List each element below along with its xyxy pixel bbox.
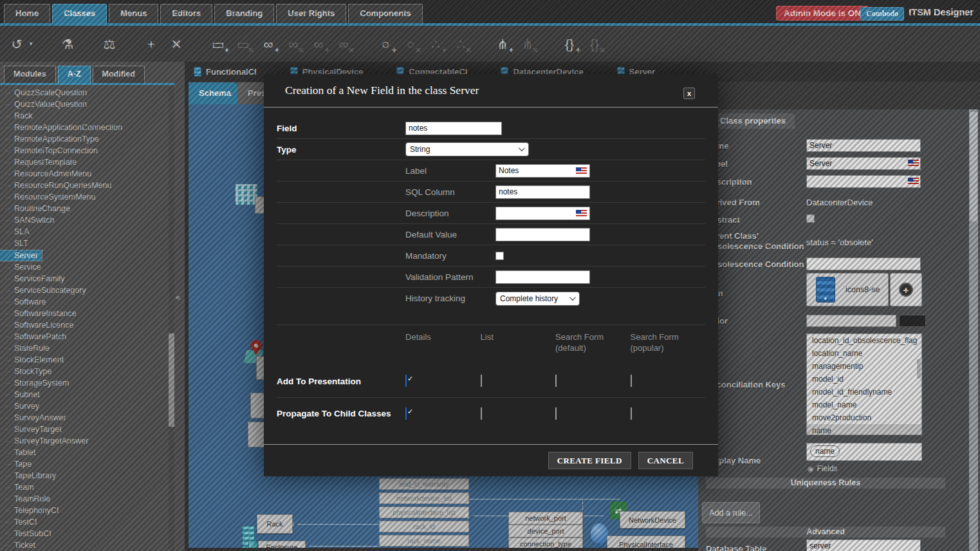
sidebar-item[interactable]: Subnet (0, 389, 167, 400)
add-link-icon[interactable]: ∞ + (259, 34, 277, 53)
abstract-checkbox[interactable] (806, 214, 815, 223)
database-table-input[interactable] (806, 539, 921, 551)
port-row[interactable]: device_port (508, 525, 583, 537)
add-relation-icon[interactable]: ⋔ + (494, 34, 512, 53)
top-tab[interactable]: Classes (52, 4, 107, 23)
sidebar-item[interactable]: QuizzScaleQuestion (0, 87, 167, 98)
panel-scrollbar-track[interactable] (969, 109, 978, 551)
sidebar-item[interactable]: Service (0, 261, 167, 273)
sidebar-collapse-icon[interactable]: « (176, 292, 180, 302)
fields-row[interactable]: ◉ Fields (808, 464, 838, 473)
top-tab[interactable]: Menus (109, 4, 158, 23)
sidebar-item[interactable]: TestCI (0, 516, 167, 528)
reconciliation-key-item[interactable]: model_name (807, 398, 921, 411)
reconciliation-key-item[interactable]: model_id (807, 373, 921, 386)
diagram-field-row[interactable]: physicalinterface_list (379, 507, 469, 518)
add-method-icon[interactable]: {} + (560, 34, 578, 53)
list-scrollbar-thumb[interactable] (917, 359, 921, 378)
sidebar-item[interactable]: RoutineChange (0, 203, 167, 214)
diagram-field-row[interactable]: rack_name (379, 535, 469, 546)
type-select[interactable]: String (405, 142, 529, 156)
list-checkbox[interactable] (481, 407, 482, 420)
delete-relation-icon[interactable]: ⋔ ✕ (519, 34, 537, 53)
icon-preview[interactable]: icons8-se (806, 273, 889, 306)
reconciliation-key-item[interactable]: move2production (807, 411, 921, 424)
sidebar-item[interactable]: ServiceFamily (0, 273, 167, 285)
reconciliation-key-item[interactable]: location_id_obsolescence_flag (807, 334, 921, 347)
details-checkbox[interactable] (405, 407, 407, 420)
search-default-checkbox[interactable] (555, 375, 557, 387)
delete-icon[interactable]: ✕ (167, 34, 185, 53)
sidebar-item[interactable]: RemoteApplicationType (0, 133, 167, 145)
port-row[interactable]: network_port (508, 512, 583, 525)
mandatory-checkbox[interactable] (495, 252, 504, 260)
sidebar-item[interactable]: Tape (0, 458, 167, 470)
diagram-field-row[interactable]: rack_id (379, 521, 469, 532)
sidebar-item[interactable]: SANSwitch (0, 214, 167, 226)
sidebar-scrollbar-track[interactable] (169, 87, 174, 551)
default-value-input[interactable] (495, 228, 590, 241)
delete-link-icon[interactable]: ∞ ✕ (284, 34, 302, 53)
reconciliation-keys-list[interactable]: location_id_obsolescence_flaglocation_na… (806, 333, 922, 435)
enclosure-class-box[interactable]: Enclosure (258, 541, 306, 551)
cancel-button[interactable]: CANCEL (638, 452, 693, 469)
sandbox-flask-icon[interactable]: ⚗ (59, 34, 77, 53)
sidebar-item[interactable]: Rack (0, 110, 167, 122)
list-checkbox[interactable] (481, 375, 482, 387)
sidebar-item[interactable]: Ticket (0, 539, 167, 551)
combodo-badge[interactable]: Combodo (860, 7, 904, 21)
display-name-box[interactable]: name (806, 443, 922, 461)
top-tab[interactable]: Components (348, 4, 422, 23)
undo-icon[interactable]: ↺ (8, 34, 26, 53)
physicalinterface-class-box[interactable]: PhysicalInterface (607, 536, 685, 551)
reconciliation-key-item[interactable]: name (807, 424, 921, 435)
add-icon[interactable]: + (142, 34, 160, 53)
reconciliation-key-item[interactable]: managementip (807, 360, 921, 373)
add-rule-button[interactable]: Add a rule... (702, 502, 760, 523)
sidebar-item[interactable]: RequestTemplate (0, 156, 167, 168)
add-enum-icon[interactable]: ∴ + (427, 34, 445, 53)
sidebar-item[interactable]: StorageSystem (0, 377, 167, 389)
panel-scrollbar-thumb[interactable] (970, 112, 977, 221)
sidebar-item[interactable]: TapeLibrary (0, 470, 167, 481)
top-tab[interactable]: Editors (160, 4, 212, 23)
delete-method-icon[interactable]: {} ✕ (586, 34, 604, 53)
add-nn-link-icon[interactable]: ∞ + (310, 34, 328, 53)
sidebar-tab[interactable]: Modified (93, 66, 145, 83)
rack-class-box[interactable]: Rack (257, 514, 293, 534)
top-tab[interactable]: Home (4, 4, 50, 23)
reconciliation-key-item[interactable]: model_id_friendlyname (807, 386, 921, 398)
add-field-icon[interactable]: ○ + (376, 34, 394, 53)
sidebar-item[interactable]: ServiceSubcategory (0, 285, 167, 296)
class-tab[interactable]: FunctionalCI (194, 67, 257, 77)
color-swatch[interactable] (899, 315, 926, 327)
sidebar-item[interactable]: TestSubCI (0, 528, 167, 539)
add-class-icon[interactable]: ▭ + (209, 34, 227, 53)
sidebar-item[interactable]: Team (0, 481, 167, 493)
details-checkbox[interactable] (405, 375, 407, 387)
diagram-field-row[interactable]: networkdevice_list (379, 492, 469, 504)
sidebar-item[interactable]: SoftwareLicence (0, 319, 167, 331)
sidebar-item[interactable]: SurveyAnswer (0, 412, 167, 424)
color-input[interactable] (806, 315, 896, 327)
delete-enum-icon[interactable]: ∴ ✕ (452, 34, 470, 53)
sidebar-item[interactable]: SurveyTargetAnswer (0, 435, 167, 447)
icon-upload-button[interactable]: + (890, 273, 922, 306)
search-popular-checkbox[interactable] (631, 407, 632, 420)
label-input[interactable] (806, 157, 921, 170)
undo-menu-caret-icon[interactable]: ▾ (27, 34, 35, 53)
sidebar-item[interactable]: StateRule (0, 342, 167, 354)
sidebar-scrollbar-thumb[interactable] (169, 333, 174, 427)
sidebar-item[interactable]: TeamRule (0, 493, 167, 505)
sidebar-item[interactable]: Tablet (0, 447, 167, 458)
networkdevice-class-box[interactable]: NetworkDevice (620, 511, 685, 528)
top-tab[interactable]: Branding (214, 4, 274, 23)
close-icon[interactable]: x (683, 88, 695, 99)
sidebar-item[interactable]: ResourceAdminMenu (0, 168, 167, 180)
sidebar-item[interactable]: RemoteiTopConnection (0, 145, 167, 156)
sql-column-input[interactable] (495, 185, 590, 199)
sidebar-item[interactable]: Software (0, 296, 167, 308)
description-input[interactable] (806, 175, 921, 188)
compare-scales-icon[interactable]: ⚖ (100, 34, 118, 53)
field-input[interactable] (405, 122, 502, 135)
